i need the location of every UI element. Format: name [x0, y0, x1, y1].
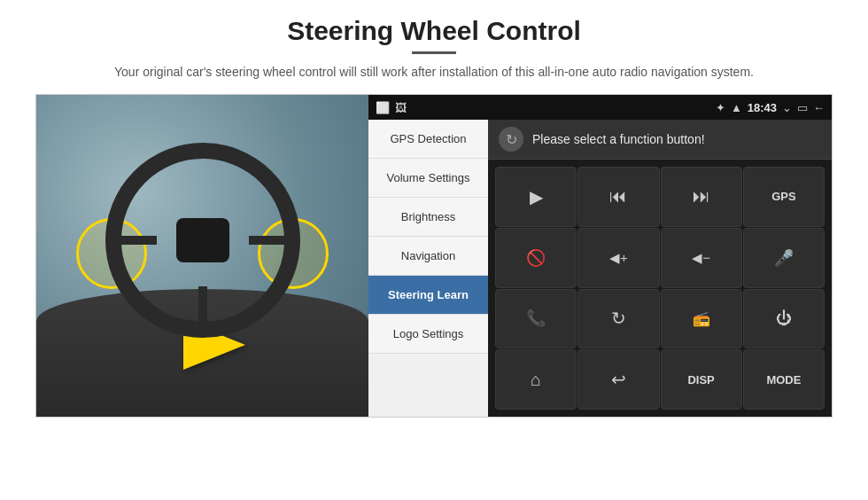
- menu-item-logo-settings[interactable]: Logo Settings: [368, 315, 488, 354]
- next-button[interactable]: ⏭: [661, 167, 742, 227]
- prev-button[interactable]: ⏮: [577, 167, 659, 227]
- mute-button[interactable]: 🚫: [495, 228, 577, 288]
- radio-button[interactable]: 📻: [661, 289, 742, 349]
- left-menu: GPS Detection Volume Settings Brightness…: [368, 120, 488, 417]
- expand-icon: ⌄: [782, 101, 792, 114]
- play-button[interactable]: ▶: [495, 167, 577, 227]
- page-container: Steering Wheel Control Your original car…: [0, 0, 868, 500]
- power-button[interactable]: ⏻: [743, 289, 825, 349]
- spoke-right: [249, 236, 293, 245]
- battery-icon: ▭: [797, 101, 808, 114]
- panel-area: GPS Detection Volume Settings Brightness…: [368, 120, 832, 417]
- disp-button[interactable]: DISP: [661, 349, 742, 410]
- mode-button[interactable]: MODE: [743, 349, 825, 410]
- menu-item-navigation[interactable]: Navigation: [368, 237, 488, 276]
- menu-item-steering-learn[interactable]: Steering Learn: [368, 276, 488, 315]
- main-content: ⬜ 🖼 ✦ ▲ 18:43 ⌄ ▭ ← GPS Detection: [35, 94, 833, 418]
- vol-up-button[interactable]: ◀+: [577, 228, 659, 288]
- steering-center: [176, 218, 229, 262]
- page-title: Steering Wheel Control: [287, 16, 581, 46]
- function-header-text: Please select a function button!: [532, 132, 705, 146]
- steering-container: [105, 143, 300, 338]
- spoke-bottom: [198, 286, 207, 331]
- function-grid: ▶ ⏮ ⏭ GPS 🚫 ◀+ ◀− 🎤 📞 ↻ 📻 ⏻ ⌂ ↩: [488, 160, 832, 417]
- home-button[interactable]: ⌂: [495, 349, 577, 410]
- rotate-button[interactable]: ↻: [577, 289, 659, 349]
- function-header: ↻ Please select a function button!: [488, 120, 832, 160]
- spoke-left: [112, 236, 157, 245]
- status-time: 18:43: [748, 101, 777, 114]
- page-subtitle: Your original car's steering wheel contr…: [114, 63, 754, 82]
- phone-button[interactable]: 📞: [495, 289, 577, 349]
- steering-wheel: [105, 143, 300, 338]
- back-button[interactable]: ↩: [577, 349, 659, 410]
- title-divider: [412, 51, 456, 54]
- head-unit: ⬜ 🖼 ✦ ▲ 18:43 ⌄ ▭ ← GPS Detection: [368, 95, 832, 417]
- function-panel: ↻ Please select a function button! ▶ ⏮ ⏭…: [488, 120, 832, 417]
- vol-down-button[interactable]: ◀−: [661, 228, 742, 288]
- status-bar: ⬜ 🖼 ✦ ▲ 18:43 ⌄ ▭ ←: [368, 95, 832, 120]
- menu-item-brightness[interactable]: Brightness: [368, 198, 488, 237]
- status-right: ✦ ▲ 18:43 ⌄ ▭ ←: [716, 101, 825, 114]
- menu-item-gps-detection[interactable]: GPS Detection: [368, 120, 488, 159]
- image-status-icon: 🖼: [395, 101, 407, 114]
- status-left: ⬜ 🖼: [376, 101, 407, 114]
- mic-button[interactable]: 🎤: [743, 228, 825, 288]
- home-status-icon: ⬜: [376, 101, 390, 114]
- refresh-icon[interactable]: ↻: [499, 127, 523, 152]
- back-status-icon: ←: [813, 101, 825, 114]
- gps-button[interactable]: GPS: [743, 167, 825, 227]
- wifi-icon: ▲: [731, 101, 742, 114]
- bluetooth-icon: ✦: [716, 101, 725, 114]
- steering-image: [36, 95, 368, 418]
- menu-item-volume-settings[interactable]: Volume Settings: [368, 159, 488, 198]
